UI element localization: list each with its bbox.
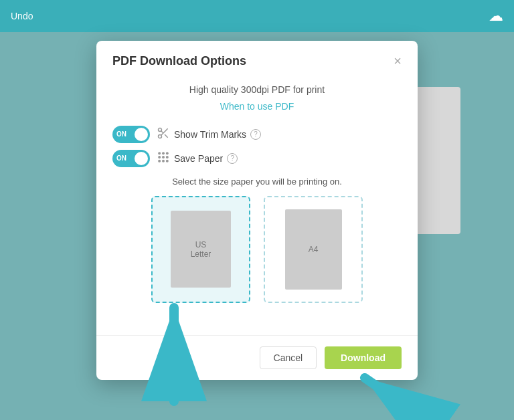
save-paper-toggle[interactable]: ON	[112, 150, 150, 167]
trim-marks-help-icon[interactable]: ?	[250, 129, 261, 140]
modal-header: PDF Download Options ×	[96, 41, 418, 79]
paper-option-us-letter[interactable]: USLetter	[151, 196, 250, 303]
svg-point-9	[163, 156, 165, 158]
save-paper-help-icon[interactable]: ?	[227, 153, 238, 164]
svg-point-1	[159, 134, 162, 138]
trim-marks-toggle-label: ON	[116, 130, 126, 138]
save-paper-row: ON Save Paper	[112, 150, 402, 167]
svg-point-11	[159, 160, 161, 162]
trim-marks-toggle[interactable]: ON	[112, 126, 150, 143]
save-paper-icon	[157, 150, 170, 167]
modal-title: PDF Download Options	[112, 54, 246, 68]
us-letter-thumbnail: USLetter	[171, 211, 231, 288]
modal-body: High quality 300dpi PDF for print When t…	[96, 79, 418, 335]
modal-close-button[interactable]: ×	[394, 54, 402, 68]
paper-select-label: Select the size paper you will be printi…	[112, 177, 402, 187]
svg-point-12	[163, 160, 165, 162]
when-to-use-link[interactable]: When to use PDF	[220, 101, 294, 112]
save-paper-toggle-knob	[135, 152, 148, 165]
svg-line-3	[165, 134, 168, 138]
modal-overlay: PDF Download Options × High quality 300d…	[0, 0, 514, 420]
modal-footer: Cancel Download	[96, 336, 418, 380]
save-paper-label: Save Paper	[174, 153, 223, 164]
when-to-use-link-container: When to use PDF	[112, 100, 402, 112]
save-paper-toggle-label: ON	[116, 154, 126, 162]
modal-dialog: PDF Download Options × High quality 300d…	[96, 41, 418, 380]
modal-subtitle: High quality 300dpi PDF for print	[112, 84, 402, 95]
trim-marks-row: ON Show Trim Marks ?	[112, 126, 402, 143]
cancel-button[interactable]: Cancel	[260, 346, 317, 369]
trim-marks-icon	[157, 126, 170, 142]
paper-option-a4[interactable]: A4	[264, 196, 363, 303]
svg-point-7	[167, 152, 169, 154]
paper-options-container: USLetter A4	[112, 196, 402, 303]
trim-marks-toggle-knob	[135, 128, 148, 141]
svg-point-0	[159, 128, 162, 131]
svg-point-8	[159, 156, 161, 158]
svg-point-5	[159, 152, 161, 154]
download-button[interactable]: Download	[325, 346, 402, 369]
a4-thumbnail: A4	[285, 209, 342, 290]
svg-line-4	[161, 130, 163, 132]
trim-marks-label: Show Trim Marks	[174, 129, 246, 140]
svg-point-10	[167, 156, 169, 158]
svg-point-13	[167, 160, 169, 162]
svg-point-6	[163, 152, 165, 154]
